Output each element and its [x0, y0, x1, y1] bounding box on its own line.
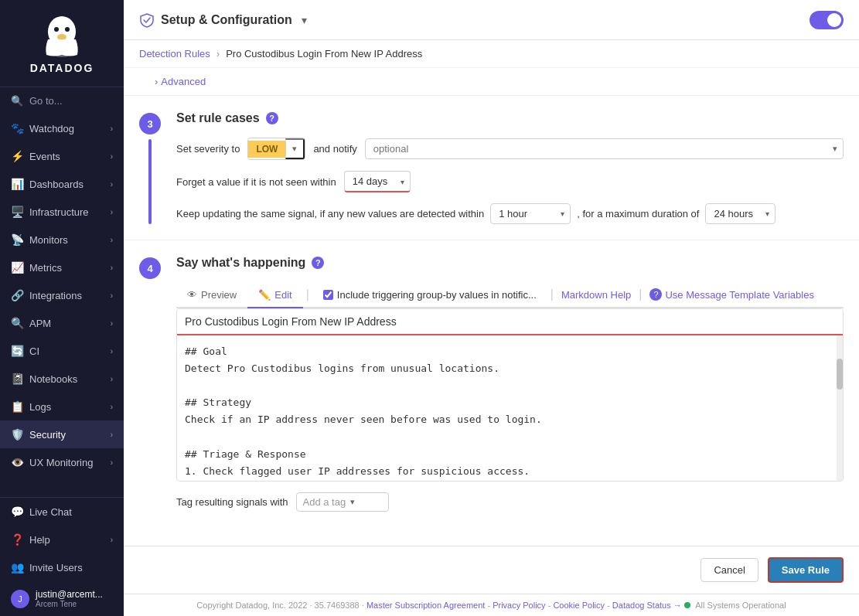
sidebar-item-integrations[interactable]: 🔗 Integrations ›	[0, 281, 124, 309]
template-variables-link-wrapper: ? Use Message Template Variables	[645, 282, 818, 307]
user-subtitle: Arcem Tene	[36, 600, 103, 608]
topbar-chevron-icon[interactable]: ▾	[302, 14, 307, 26]
advanced-link[interactable]: › Advanced	[155, 76, 844, 87]
sidebar-item-label: Integrations	[29, 290, 82, 301]
master-subscription-link[interactable]: Master Subscription Agreement	[366, 601, 485, 610]
forget-select[interactable]: 14 days 1 hour 6 hours 1 day 3 days 7 da…	[344, 171, 411, 192]
sidebar-item-infrastructure[interactable]: 🖥️ Infrastructure ›	[0, 198, 124, 226]
sidebar-item-invite-users[interactable]: 👥 Invite Users	[0, 553, 124, 581]
severity-select-group: LOW ▾	[247, 138, 305, 160]
sidebar-item-dashboards[interactable]: 📊 Dashboards ›	[0, 170, 124, 198]
step3-help-icon[interactable]: ?	[266, 112, 278, 124]
chevron-right-icon: ›	[111, 458, 113, 467]
notify-input[interactable]	[365, 138, 844, 159]
step4-help-icon[interactable]: ?	[312, 257, 324, 269]
events-icon: ⚡	[11, 150, 23, 162]
search-icon: 🔍	[11, 95, 23, 107]
tag-dropdown-icon: ▾	[350, 497, 355, 507]
watchdog-icon: 🐾	[11, 122, 23, 134]
privacy-policy-link[interactable]: Privacy Policy	[493, 601, 545, 610]
cancel-button[interactable]: Cancel	[700, 558, 758, 582]
copyright-text: Copyright Datadog, Inc. 2022 · 35.746938…	[196, 601, 366, 610]
tab-divider: |	[303, 288, 312, 301]
tab-edit[interactable]: ✏️ Edit	[247, 283, 302, 308]
tab-edit-label: Edit	[274, 289, 291, 301]
chevron-right-icon: ›	[111, 208, 113, 216]
forget-select-wrapper: 14 days 1 hour 6 hours 1 day 3 days 7 da…	[344, 171, 411, 192]
sidebar-bottom: 💬 Live Chat ❓ Help › 👥 Invite Users J ju…	[0, 497, 124, 616]
logo-text: DATADOG	[30, 62, 94, 74]
include-groupby-checkbox[interactable]	[323, 290, 333, 300]
avatar-initials: J	[18, 594, 22, 604]
notify-input-wrapper: ▾	[365, 138, 844, 159]
sidebar-item-metrics[interactable]: 📈 Metrics ›	[0, 254, 124, 281]
tags-row: Tag resulting signals with Add a tag ▾	[176, 492, 844, 512]
status-text: All Systems Operational	[695, 601, 786, 610]
tag-input[interactable]: Add a tag ▾	[296, 492, 389, 512]
sidebar-item-notebooks[interactable]: 📓 Notebooks ›	[0, 365, 124, 393]
markdown-help-link[interactable]: Markdown Help	[557, 283, 636, 307]
interval-select[interactable]: 1 hour 10 minutes 30 minutes 6 hours 1 d…	[490, 203, 571, 224]
breadcrumb-current: Pro Custodibus Login From New IP Address	[226, 48, 422, 60]
svg-point-3	[54, 27, 59, 32]
toggle-switch[interactable]	[810, 11, 844, 29]
integrations-icon: 🔗	[11, 289, 23, 301]
sidebar-item-apm[interactable]: 🔍 APM ›	[0, 309, 124, 337]
editor-scrollbar[interactable]	[837, 335, 843, 481]
sidebar-item-label: Logs	[29, 401, 51, 413]
logs-icon: 📋	[11, 400, 23, 413]
tag-placeholder: Add a tag	[303, 496, 346, 508]
datadog-logo-icon	[39, 12, 85, 59]
sidebar-item-label: Monitors	[29, 234, 68, 246]
sidebar-item-label: Dashboards	[29, 179, 84, 190]
tab-preview[interactable]: 👁 Preview	[176, 283, 247, 308]
search-item[interactable]: 🔍 Go to...	[0, 87, 124, 114]
user-info: justin@arcemt... Arcem Tene	[36, 589, 103, 608]
shield-icon	[139, 12, 155, 28]
include-groupby-checkbox-label[interactable]: Include triggering group-by values in no…	[312, 283, 547, 308]
tag-label: Tag resulting signals with	[176, 496, 288, 508]
keep-updating-label: Keep updating the same signal, if any ne…	[176, 208, 484, 220]
datadog-status-link[interactable]: Datadog Status →	[612, 601, 682, 610]
sidebar-item-live-chat[interactable]: 💬 Live Chat	[0, 498, 124, 526]
save-rule-button[interactable]: Save Rule	[768, 557, 844, 583]
sidebar-item-ci[interactable]: 🔄 CI ›	[0, 337, 124, 365]
step4-title-text: Say what's happening	[176, 256, 305, 270]
editor-body-wrapper: ## Goal Detect Pro Custodibus logins fro…	[177, 335, 843, 481]
sidebar-item-logs[interactable]: 📋 Logs ›	[0, 393, 124, 420]
chevron-right-icon: ›	[155, 76, 158, 87]
user-profile[interactable]: J justin@arcemt... Arcem Tene	[0, 581, 124, 616]
ux-monitoring-icon: 👁️	[11, 456, 23, 468]
sidebar-item-security[interactable]: 🛡️ Security ›	[0, 420, 124, 448]
step3-indicator: 3	[139, 113, 161, 134]
sidebar-item-watchdog[interactable]: 🐾 Watchdog ›	[0, 114, 124, 142]
template-variables-link[interactable]: Use Message Template Variables	[665, 289, 813, 301]
sidebar-item-label: Metrics	[29, 262, 62, 274]
sidebar-item-label: Events	[29, 151, 60, 162]
severity-dropdown-button[interactable]: ▾	[285, 138, 305, 159]
help-icon: ❓	[11, 533, 23, 546]
sidebar-item-label: CI	[29, 345, 39, 357]
chevron-right-icon: ›	[111, 236, 113, 244]
cookie-policy-link[interactable]: Cookie Policy	[553, 601, 605, 610]
step3-title-text: Set rule cases	[176, 111, 260, 125]
template-help-icon[interactable]: ?	[649, 288, 662, 301]
keep-updating-row: Keep updating the same signal, if any ne…	[176, 203, 844, 224]
message-body-textarea[interactable]: ## Goal Detect Pro Custodibus logins fro…	[177, 335, 843, 478]
notebooks-icon: 📓	[11, 373, 23, 385]
tab-preview-label: Preview	[201, 289, 237, 301]
main-content: Setup & Configuration ▾ Detection Rules …	[124, 0, 859, 616]
forget-label: Forget a value if it is not seen within	[176, 176, 336, 188]
message-title-input[interactable]	[177, 309, 843, 335]
sidebar-item-monitors[interactable]: 📡 Monitors ›	[0, 226, 124, 254]
sidebar-item-ux-monitoring[interactable]: 👁️ UX Monitoring ›	[0, 448, 124, 476]
forget-row: Forget a value if it is not seen within …	[176, 171, 844, 192]
copyright-sep3: -	[607, 601, 612, 610]
chevron-right-icon: ›	[111, 291, 113, 300]
breadcrumb-link[interactable]: Detection Rules	[139, 48, 210, 60]
sidebar-item-events[interactable]: ⚡ Events ›	[0, 142, 124, 170]
sidebar-item-help[interactable]: ❓ Help ›	[0, 526, 124, 553]
max-duration-select[interactable]: 24 hours 1 hour 6 hours 12 hours 48 hour…	[705, 203, 775, 224]
step4-section: 4 Say what's happening ? 👁 Preview ✏️ Ed…	[124, 240, 859, 527]
max-duration-label: , for a maximum duration of	[577, 208, 699, 220]
